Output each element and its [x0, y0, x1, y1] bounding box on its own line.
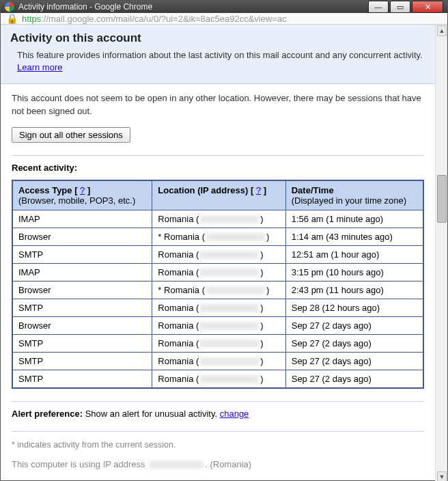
ip-suffix: . (Romania) [205, 459, 251, 469]
cell-location: Romania () [152, 245, 285, 263]
table-row: BrowserRomania ()Sep 27 (2 days ago) [12, 316, 423, 334]
header-panel: Activity on this account This feature pr… [1, 25, 435, 84]
redacted-ip [200, 340, 259, 348]
separator [12, 155, 424, 156]
separator [12, 401, 424, 402]
table-row: IMAPRomania ()1:56 am (1 minute ago) [12, 210, 423, 228]
scroll-up-arrow[interactable]: ▲ [437, 25, 447, 36]
cell-location: Romania () [152, 210, 285, 228]
table-row: IMAPRomania ()3:15 pm (10 hours ago) [12, 263, 423, 281]
col-access-type: Access Type [ ? ] (Browser, mobile, POP3… [12, 180, 152, 210]
cell-location: Romania () [152, 370, 285, 388]
alert-change-link[interactable]: change [220, 409, 249, 419]
access-type-help-link[interactable]: ? [80, 185, 85, 195]
cell-datetime: Sep 28 (12 hours ago) [285, 299, 423, 316]
redacted-ip [149, 461, 204, 469]
location-help-link[interactable]: ? [256, 185, 261, 195]
cell-datetime: Sep 27 (2 days ago) [285, 316, 423, 334]
session-footnote: * indicates activity from the current se… [12, 440, 424, 450]
cell-access-type: IMAP [12, 263, 152, 281]
table-row: SMTPRomania ()Sep 27 (2 days ago) [12, 352, 423, 370]
table-header-row: Access Type [ ? ] (Browser, mobile, POP3… [12, 180, 423, 210]
minimize-button[interactable]: — [368, 1, 389, 13]
alert-preference-line: Alert preference: Show an alert for unus… [12, 409, 424, 419]
cell-location: Romania () [152, 263, 285, 281]
close-button[interactable]: ✕ [412, 1, 443, 13]
col-datetime-label: Date/Time [292, 185, 334, 195]
window-title: Activity information - Google Chrome [18, 2, 152, 12]
activity-table: Access Type [ ? ] (Browser, mobile, POP3… [12, 180, 424, 389]
page-title: Activity on this account [10, 31, 425, 45]
scroll-down-arrow[interactable]: ▼ [437, 471, 447, 481]
col-location-label: Location (IP address) [158, 185, 248, 195]
redacted-ip [206, 233, 265, 241]
cell-datetime: Sep 27 (2 days ago) [285, 334, 423, 352]
content-wrap: Activity on this account This feature pr… [1, 25, 447, 481]
cell-location: * Romania () [152, 228, 285, 245]
window-titlebar[interactable]: Activity information - Google Chrome — ▭… [1, 1, 447, 13]
header-desc-text: This feature provides information about … [17, 50, 423, 60]
cell-datetime: 2:43 pm (11 hours ago) [285, 281, 423, 299]
col-datetime-sub: (Displayed in your time zone) [292, 195, 417, 206]
table-row: SMTPRomania ()12:51 am (1 hour ago) [12, 245, 423, 263]
cell-access-type: SMTP [12, 334, 152, 352]
sign-out-other-sessions-button[interactable]: Sign out all other sessions [12, 127, 130, 143]
table-row: Browser* Romania ()1:14 am (43 minutes a… [12, 228, 423, 245]
recent-activity-label: Recent activity: [12, 163, 424, 173]
table-row: Browser* Romania ()2:43 pm (11 hours ago… [12, 281, 423, 299]
page-content: Activity on this account This feature pr… [1, 25, 435, 481]
current-ip-line: This computer is using IP address . (Rom… [12, 459, 424, 469]
vertical-scrollbar[interactable]: ▲ ▼ [435, 25, 447, 481]
help-brackets: [ ? ] [251, 185, 266, 195]
redacted-ip [200, 269, 259, 277]
table-row: SMTPRomania ()Sep 27 (2 days ago) [12, 334, 423, 352]
address-bar[interactable]: 🔒 https://mail.google.com/mail/ca/u/0/?u… [1, 13, 447, 25]
cell-access-type: Browser [12, 228, 152, 245]
cell-access-type: SMTP [12, 352, 152, 370]
redacted-ip [206, 286, 265, 294]
redacted-ip [200, 375, 259, 383]
alert-text: Show an alert for unusual activity. [83, 409, 220, 419]
cell-datetime: Sep 27 (2 days ago) [285, 352, 423, 370]
learn-more-link[interactable]: Learn more [17, 62, 62, 72]
url-scheme: https [22, 14, 41, 24]
url-path: ://mail.google.com/mail/ca/u/0/?ui=2&ik=… [41, 14, 287, 24]
cell-access-type: IMAP [12, 210, 152, 228]
cell-datetime: 3:15 pm (10 hours ago) [285, 263, 423, 281]
cell-location: Romania () [152, 334, 285, 352]
col-access-type-sub: (Browser, mobile, POP3, etc.) [18, 195, 146, 206]
cell-location: Romania () [152, 352, 285, 370]
lock-icon: 🔒 [6, 13, 18, 24]
maximize-button[interactable]: ▭ [390, 1, 410, 13]
cell-access-type: Browser [12, 281, 152, 299]
cell-datetime: 12:51 am (1 hour ago) [285, 245, 423, 263]
table-row: SMTPRomania ()Sep 27 (2 days ago) [12, 370, 423, 388]
cell-access-type: SMTP [12, 299, 152, 316]
body: This account does not seem to be open in… [1, 84, 435, 481]
redacted-ip [200, 251, 259, 259]
redacted-ip [200, 304, 259, 312]
chrome-favicon [5, 2, 14, 12]
header-description: This feature provides information about … [17, 49, 425, 74]
col-location: Location (IP address) [ ? ] [152, 180, 285, 210]
cell-datetime: Sep 27 (2 days ago) [285, 370, 423, 388]
cell-datetime: 1:14 am (43 minutes ago) [285, 228, 423, 245]
col-datetime: Date/Time (Displayed in your time zone) [285, 180, 423, 210]
status-message: This account does not seem to be open in… [12, 92, 424, 117]
redacted-ip [200, 357, 259, 366]
col-access-type-label: Access Type [18, 185, 72, 195]
separator [12, 431, 424, 432]
scrollbar-thumb[interactable] [437, 175, 447, 223]
help-brackets: [ ? ] [74, 185, 90, 195]
cell-access-type: SMTP [12, 245, 152, 263]
cell-datetime: 1:56 am (1 minute ago) [285, 210, 423, 228]
alert-label: Alert preference: [12, 409, 83, 419]
window-controls: — ▭ ✕ [367, 1, 443, 13]
redacted-ip [200, 215, 259, 223]
activity-table-body: IMAPRomania ()1:56 am (1 minute ago)Brow… [12, 210, 423, 388]
cell-location: Romania () [152, 316, 285, 334]
cell-location: * Romania () [152, 281, 285, 299]
table-row: SMTPRomania ()Sep 28 (12 hours ago) [12, 299, 423, 316]
redacted-ip [200, 322, 259, 330]
cell-access-type: Browser [12, 316, 152, 334]
